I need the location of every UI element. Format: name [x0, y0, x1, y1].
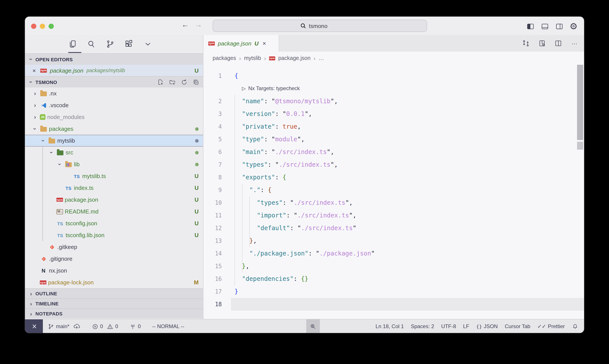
close-window-button[interactable] — [31, 24, 36, 29]
notifications-bell-icon[interactable] — [572, 323, 578, 330]
tree-item-lib[interactable]: › lib — [25, 158, 203, 170]
sync-changes-icon[interactable] — [73, 323, 80, 330]
chevron-down-icon: › — [28, 57, 34, 62]
tree-item-mytslib-ts[interactable]: TS mytslib.ts U — [25, 170, 203, 182]
chevron-down-icon[interactable]: › — [40, 138, 47, 144]
breadcrumb-item[interactable]: … — [319, 55, 324, 61]
search-input[interactable] — [309, 23, 339, 29]
ports-status[interactable]: 0 — [130, 323, 141, 330]
scrollbar-slider-secondary[interactable] — [577, 142, 583, 150]
minimize-window-button[interactable] — [40, 24, 45, 29]
tree-item-src[interactable]: › src — [25, 147, 203, 158]
tree-item-packages[interactable]: › packages — [25, 123, 203, 135]
chevron-down-icon[interactable]: › — [57, 161, 63, 167]
tree-item-index-ts[interactable]: TS index.ts U — [25, 182, 203, 194]
chevron-right-icon[interactable]: › — [32, 102, 38, 108]
git-status-badge: U — [194, 67, 199, 74]
outline-section-header[interactable]: › OUTLINE — [25, 288, 203, 298]
tree-item-mytslib[interactable]: › mytslib — [25, 135, 203, 147]
git-icon — [48, 244, 56, 250]
chevron-right-icon[interactable]: › — [32, 90, 38, 97]
ports-count: 0 — [138, 323, 141, 329]
timeline-section-header[interactable]: › TIMELINE — [25, 298, 203, 308]
more-views-chevron-icon[interactable] — [141, 37, 155, 52]
editor-group: npm package.json U × ··· packages › — [204, 35, 584, 319]
notepads-section-header[interactable]: › NOTEPADS — [25, 308, 203, 318]
more-actions-icon[interactable]: ··· — [569, 38, 580, 49]
scrollbar-slider[interactable] — [577, 65, 583, 140]
cursor-position-status[interactable]: Ln 18, Col 1 — [376, 323, 404, 329]
tab-package-json[interactable]: npm package.json U × — [204, 35, 279, 52]
tree-item-tsconfig[interactable]: TS tsconfig.json U — [25, 217, 203, 229]
chevron-down-icon[interactable]: › — [32, 126, 38, 132]
search-view-icon[interactable] — [84, 37, 99, 52]
remote-indicator-icon[interactable] — [25, 319, 43, 333]
tree-item-node-modules[interactable]: › JS node_modules — [25, 111, 203, 123]
tree-item-package-lock[interactable]: npm package-lock.json M — [25, 276, 203, 288]
nav-back-button[interactable]: ← — [181, 21, 189, 29]
eol-status[interactable]: LF — [463, 323, 469, 329]
source-control-icon[interactable] — [103, 37, 118, 52]
problems-status[interactable]: 0 0 — [92, 323, 118, 330]
nx-icon: N — [40, 267, 47, 274]
chevron-right-icon: › — [28, 300, 34, 307]
language-mode-status[interactable]: {} JSON — [476, 323, 498, 329]
code-editor[interactable]: 1{ ▷Nx Targets: typecheck 2"name": "@tsm… — [204, 65, 584, 319]
git-branch-status[interactable]: main* — [48, 323, 69, 330]
codelens-link[interactable]: Nx Targets: typecheck — [248, 85, 300, 91]
new-folder-icon[interactable] — [168, 78, 177, 86]
tree-item-nx-json[interactable]: N nx.json — [25, 265, 203, 276]
explorer-icon[interactable] — [65, 37, 80, 52]
toggle-secondary-sidebar-button[interactable] — [554, 21, 564, 31]
breadcrumb-item[interactable]: mytslib — [244, 55, 261, 61]
cursor-tab-status[interactable]: Cursor Tab — [505, 323, 530, 329]
zoom-indicator-icon[interactable] — [306, 319, 320, 333]
open-editor-item[interactable]: × npm package.json packages/mytslib U — [25, 65, 203, 76]
git-status-badge: U — [194, 196, 199, 203]
open-editors-header[interactable]: › OPEN EDITORS — [25, 53, 203, 65]
close-editor-icon[interactable]: × — [31, 67, 37, 74]
vim-mode-indicator[interactable]: -- NORMAL -- — [152, 323, 184, 329]
extensions-icon[interactable] — [122, 37, 137, 52]
tree-item-gitkeep[interactable]: .gitkeep — [25, 241, 203, 253]
indentation-status[interactable]: Spaces: 2 — [411, 323, 434, 329]
tree-item-vscode-folder[interactable]: › .vscode — [25, 99, 203, 111]
open-preview-icon[interactable] — [537, 38, 547, 49]
encoding-status[interactable]: UTF-8 — [441, 323, 456, 329]
explorer-section-header[interactable]: › TSMONO — [25, 76, 203, 88]
collapse-all-icon[interactable] — [192, 78, 200, 86]
toggle-primary-sidebar-button[interactable] — [525, 21, 535, 31]
close-tab-icon[interactable]: × — [262, 40, 266, 47]
nav-forward-button[interactable]: → — [195, 21, 202, 29]
split-editor-icon[interactable] — [553, 38, 563, 49]
settings-gear-icon[interactable] — [568, 21, 579, 31]
lib-folder-icon — [65, 161, 72, 168]
tree-item-package-json[interactable]: npm package.json U — [25, 194, 203, 206]
tree-item-readme[interactable]: M↓ README.md U — [25, 206, 203, 217]
zoom-window-button[interactable] — [49, 24, 54, 29]
outline-title: OUTLINE — [35, 291, 57, 296]
refresh-icon[interactable] — [180, 78, 189, 86]
tree-item-tsconfig-lib[interactable]: TS tsconfig.lib.json U — [25, 229, 203, 241]
node-modules-icon: JS — [40, 114, 46, 120]
tree-item-gitignore[interactable]: .gitignore — [25, 253, 203, 265]
chevron-right-icon[interactable]: › — [32, 114, 38, 120]
open-editors-title: OPEN EDITORS — [35, 57, 73, 62]
toggle-panel-button[interactable] — [539, 21, 550, 31]
breadcrumb-item[interactable]: package.json — [278, 55, 311, 61]
run-target-icon[interactable]: ▷ — [242, 86, 246, 91]
sidebar: › OPEN EDITORS × npm package.json packag… — [25, 35, 203, 319]
compare-changes-icon[interactable] — [521, 38, 531, 49]
git-status-badge: U — [194, 208, 199, 215]
breadcrumb-item[interactable]: packages — [213, 55, 236, 61]
current-line: 18 — [204, 298, 584, 311]
tree-item-nx-folder[interactable]: › .nx — [25, 88, 203, 99]
formatter-status[interactable]: ✓✓ Prettier — [537, 323, 565, 329]
changes-dot-badge — [195, 151, 199, 154]
command-center-search[interactable] — [213, 20, 427, 32]
open-editor-detail: packages/mytslib — [86, 68, 125, 73]
npm-icon: npm — [208, 41, 215, 45]
activity-bar — [25, 35, 203, 53]
chevron-down-icon[interactable]: › — [48, 149, 55, 156]
new-file-icon[interactable] — [156, 78, 165, 86]
